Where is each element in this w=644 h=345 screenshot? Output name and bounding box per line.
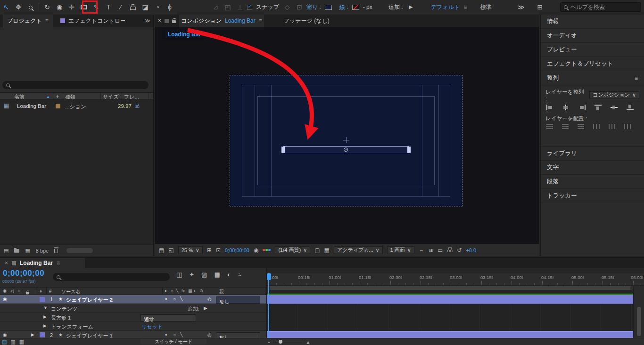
snapshot-icon[interactable]: ◉ — [254, 247, 258, 254]
fill-label[interactable]: 塗り : — [306, 3, 321, 11]
layer-name[interactable]: シェイプレイヤー 2 — [66, 296, 113, 304]
property-label[interactable]: トランスフォーム — [51, 323, 93, 330]
panel-tab-preview[interactable]: プレビュー — [541, 43, 644, 57]
reset-exposure-icon[interactable]: ↺ — [457, 247, 462, 254]
distribute-bottom-icon[interactable] — [578, 124, 584, 129]
hand-tool-button[interactable]: ✥ — [14, 0, 23, 14]
frameblend-switch-icon[interactable]: ╲ — [180, 332, 182, 337]
property-label[interactable]: コンテンツ — [51, 305, 77, 312]
panel-tab-paragraph[interactable]: 段落 — [541, 175, 644, 189]
comp-current-time[interactable]: 0;00;00;00 — [225, 247, 249, 253]
property-row-rectangle-1[interactable]: ▶ 長方形 1 通常 ∨ — [0, 313, 266, 322]
property-row-transform[interactable]: ▶ トランスフォーム リセット — [0, 322, 266, 331]
timeline-tab[interactable]: × Loading Bar ≡ — [0, 258, 85, 268]
distribute-left-icon[interactable] — [593, 124, 600, 129]
composition-breadcrumb[interactable]: Loading Bar — [163, 30, 206, 39]
snap-grid-icon[interactable]: ⊡ — [295, 0, 304, 14]
add-property-arrow-icon[interactable]: ▶ — [204, 305, 207, 311]
label-color-chip[interactable] — [56, 104, 60, 108]
motion-blur-icon[interactable]: ◐ — [227, 271, 231, 278]
align-bottom-icon[interactable] — [627, 105, 634, 110]
panel-menu-icon[interactable]: ≡ — [57, 260, 60, 266]
view-layout-dropdown[interactable]: 1 画面 ∨ — [387, 246, 414, 254]
zoom-slider-track[interactable] — [274, 342, 302, 342]
frame-blending-icon[interactable]: ▦ — [215, 271, 220, 278]
parent-pickwhip-icon[interactable]: ◎ — [207, 332, 212, 337]
layer-row-shape-layer-2[interactable]: ◉ 1 ★ シェイプレイヤー 2 ♦ ☼ ╲ ◎ なし ∨ — [0, 295, 266, 304]
reset-button[interactable]: リセット — [141, 323, 163, 330]
resolution-dropdown[interactable]: (1/4 画質) ∨ — [275, 246, 310, 254]
color-depth-icon[interactable]: ▦ — [25, 247, 30, 254]
panel-menu-icon[interactable]: ≡ — [259, 17, 262, 24]
mask-toggle-icon[interactable]: ⊡ — [216, 247, 221, 254]
bit-depth-label[interactable]: 8 bpc — [36, 248, 49, 254]
frameblend-switch-icon[interactable]: ╲ — [180, 296, 182, 301]
time-ruler[interactable]: 0:00f 00:15f 01:00f 01:15f 02:00f 02:15f… — [267, 273, 644, 286]
rectangle-tool-button[interactable] — [80, 0, 88, 14]
clone-stamp-tool-button[interactable]: 凸 — [129, 0, 137, 14]
fill-color-swatch[interactable] — [325, 5, 332, 10]
blend-mode-dropdown[interactable]: 通常 ∨ — [140, 314, 196, 321]
work-area-bar[interactable] — [267, 286, 633, 290]
twirl-open-icon[interactable]: ▼ — [43, 305, 48, 310]
panel-menu-icon[interactable]: ≡ — [635, 75, 638, 82]
align-target-dropdown[interactable]: コンポジション ∨ — [589, 91, 639, 99]
grid-guides-icon[interactable]: ⊞ — [207, 247, 212, 254]
puppet-pin-tool-button[interactable]: ϕ — [165, 0, 174, 14]
source-name-column-header[interactable]: ソース名 — [61, 288, 80, 295]
world-axis-icon[interactable]: ◰ — [223, 0, 232, 14]
add-shape-arrow-icon[interactable]: ▶ — [407, 0, 415, 14]
hide-shy-layers-icon[interactable]: ▨ — [201, 271, 207, 278]
project-search-input[interactable] — [2, 81, 149, 89]
effects-switch-icon[interactable]: ☼ — [173, 332, 176, 337]
stroke-label[interactable]: 線 : — [339, 3, 348, 11]
roto-brush-tool-button[interactable]: ◔ — [153, 0, 162, 14]
tab-project[interactable]: プロジェクト ≡ — [3, 15, 53, 27]
parent-pickwhip-icon[interactable]: ◎ — [207, 296, 212, 302]
panel-tab-align[interactable]: 整列 ≡ — [541, 71, 644, 85]
draft-3d-icon[interactable]: ✦ — [189, 271, 194, 278]
tab-composition[interactable]: コンポジション Loading Bar ≡ — [179, 15, 264, 27]
trash-icon[interactable] — [54, 249, 58, 253]
anchor-point-icon[interactable] — [344, 148, 348, 152]
quality-switch-icon[interactable]: ♦ — [165, 332, 167, 337]
expand-layer-switches-icon[interactable]: ▤ — [2, 339, 7, 345]
quality-switch-icon[interactable]: ♦ — [165, 296, 167, 301]
eraser-tool-button[interactable]: ◪ — [141, 0, 149, 14]
twirl-closed-icon[interactable]: ▶ — [31, 332, 34, 337]
composition-frame[interactable] — [230, 75, 462, 206]
local-axis-icon[interactable]: ⊿ — [211, 0, 220, 14]
pixel-aspect-icon[interactable]: ⇔ — [419, 247, 424, 254]
pan-behind-tool-button[interactable]: ✛ — [67, 0, 76, 14]
loading-bar-shape[interactable] — [283, 146, 409, 153]
workspace-mode[interactable]: 標準 — [480, 3, 491, 11]
brush-tool-button[interactable]: ∕ — [116, 0, 125, 14]
project-item-row[interactable]: ▦ Loading Bar ...ション 29.97 品 — [0, 102, 153, 111]
column-size[interactable]: サイズ — [103, 93, 119, 100]
stroke-color-swatch[interactable] — [352, 5, 359, 10]
eye-icon[interactable]: ◉ — [3, 332, 7, 337]
lock-icon[interactable] — [172, 20, 176, 23]
mini-flowchart-icon[interactable]: 品 — [447, 246, 453, 254]
effects-switch-icon[interactable]: ☼ — [173, 296, 176, 301]
timeline-track-area[interactable]: 0:00f 00:15f 01:00f 01:15f 02:00f 02:15f… — [266, 268, 644, 338]
comp-flowchart-icon[interactable]: ▤ — [159, 247, 164, 254]
twirl-closed-icon[interactable]: ▶ — [43, 314, 47, 319]
layer-label-chip[interactable] — [40, 297, 45, 302]
distribute-right-icon[interactable] — [624, 124, 631, 129]
tab-overflow-icon[interactable]: ≫ — [144, 17, 150, 24]
align-right-icon[interactable] — [578, 105, 586, 110]
distribute-horizontal-center-icon[interactable] — [609, 124, 615, 129]
rotation-tool-button[interactable]: ↻ — [43, 0, 51, 14]
current-time-display[interactable]: 0;00;00;00 — [3, 269, 44, 278]
workspace-name[interactable]: デフォルト — [431, 3, 460, 11]
zoom-slider-thumb[interactable] — [279, 340, 282, 344]
close-tab-icon[interactable]: × — [158, 17, 161, 24]
graph-editor-icon[interactable]: ≈ — [238, 271, 241, 278]
layer-bar-shape-layer-2[interactable] — [267, 295, 633, 304]
tab-effect-controls[interactable]: エフェクトコントロール — [56, 15, 129, 27]
snap-checkbox[interactable]: ✓ — [247, 5, 252, 10]
panel-tab-effects-presets[interactable]: エフェクト＆プリセット — [541, 57, 644, 71]
scrollbar-thumb[interactable] — [637, 307, 641, 336]
layer-label-chip[interactable] — [40, 332, 45, 337]
